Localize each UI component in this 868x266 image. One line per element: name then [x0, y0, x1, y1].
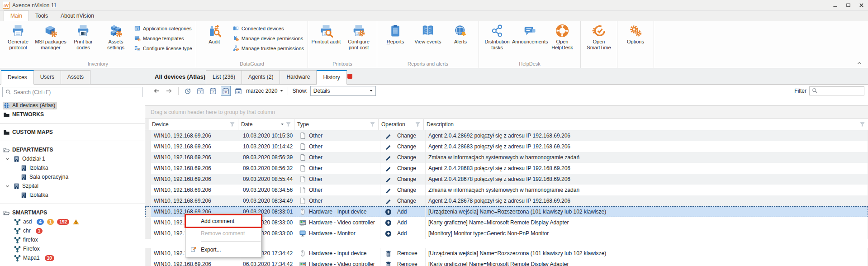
ribbon-group-label: Reports and alerts	[379, 60, 477, 68]
ribbon-button-printout-audit[interactable]: Printout audit	[310, 22, 342, 45]
ribbon-button-distribution-tasks[interactable]: Distribution tasks	[481, 22, 513, 51]
month-selector[interactable]: marzec 2020	[246, 88, 284, 94]
tree-item-izolatka[interactable]: Izolatka	[0, 190, 145, 200]
sidebar-search-input[interactable]: Search (Ctrl+F)	[2, 87, 142, 97]
tree-item-izolatka[interactable]: Izolatka	[0, 163, 145, 172]
tree-item-networks[interactable]: NETWORKS	[0, 110, 145, 119]
tree-item-label: Firefox	[23, 246, 40, 252]
tree-item-mapa1[interactable]: Mapa110	[0, 253, 145, 262]
tree-item-smartmaps[interactable]: SMARTMAPS	[0, 208, 145, 217]
plus-icon	[385, 209, 392, 215]
filter-funnel-icon[interactable]	[415, 122, 421, 127]
tree-item-chr[interactable]: chr1	[0, 226, 145, 235]
filter-funnel-icon[interactable]	[860, 122, 865, 127]
ribbon-button-reports[interactable]: Reports	[379, 22, 412, 45]
tab-agents-2[interactable]: Agents (2)	[242, 70, 280, 85]
tree-item-custom-maps[interactable]: CUSTOM MAPS	[0, 128, 145, 137]
tree-item-departments[interactable]: DEPARTMENTS	[0, 145, 145, 154]
column-header-date[interactable]: Date	[238, 119, 294, 130]
ribbon-button-generate-protocol[interactable]: Generate protocol	[2, 22, 34, 51]
type-label: Other	[309, 198, 323, 204]
ribbon-button-connected-devices[interactable]: Connected devices	[232, 25, 304, 32]
close-button[interactable]	[855, 0, 868, 10]
table-row[interactable]: WIN10, 192.168.69.20609.03.2020 08:56:39…	[145, 152, 868, 163]
ribbon-button-msi-packages-manager[interactable]: MSI packages manager	[34, 22, 67, 51]
month-view-button[interactable]: 31	[221, 86, 231, 96]
tree-item-firefox[interactable]: Firefox	[0, 244, 145, 253]
trash-icon	[385, 261, 392, 266]
table-row[interactable]: WIN10, 192.168.69.20610.03.2020 10:15:30…	[145, 130, 868, 141]
ribbon-button-assets-settings[interactable]: Assets settings	[100, 22, 132, 51]
ribbon-button-manage-trustee-permissions[interactable]: Manage trustee permissions	[232, 45, 304, 52]
filter-funnel-icon[interactable]	[286, 122, 291, 127]
tab-hardware[interactable]: Hardware	[280, 70, 317, 85]
table-row[interactable]: WIN10, 192.168.69.20609.03.2020 08:56:32…	[145, 163, 868, 174]
filter-funnel-icon[interactable]	[230, 122, 235, 127]
back-button[interactable]	[152, 86, 161, 96]
maximize-button[interactable]	[842, 0, 855, 10]
forward-button[interactable]	[164, 86, 174, 96]
ribbon-button-application-categories[interactable]: Application categories	[134, 25, 192, 32]
menu-icon-gutter	[185, 218, 201, 225]
ribbon-button-configure-print-cost[interactable]: Configure print cost	[342, 22, 375, 51]
ribbon-button-alerts[interactable]: Alerts	[444, 22, 477, 45]
menu-item-export[interactable]: Export...	[185, 243, 261, 256]
column-header-description[interactable]: Description	[424, 119, 868, 130]
ribbon-button-announcements[interactable]: Announcements	[513, 22, 546, 45]
date-picker-button[interactable]	[233, 86, 243, 96]
time-range-button[interactable]	[183, 86, 193, 96]
minimize-button[interactable]	[829, 0, 842, 10]
collapse-ribbon-icon[interactable]	[856, 61, 863, 66]
ribbon-button-open-smarttime[interactable]: Open SmartTime	[583, 22, 615, 51]
group-by-band[interactable]: Drag a column header here to group by th…	[145, 106, 868, 119]
tab-list-236[interactable]: List (236)	[206, 70, 242, 85]
smartmap-icon	[14, 218, 21, 225]
menu-tab-main[interactable]: Main	[4, 10, 29, 21]
sidebar-tab-users[interactable]: Users	[34, 70, 61, 85]
ribbon-button-manage-templates[interactable]: Manage templates	[134, 35, 192, 42]
ribbon-button-label: Options	[627, 39, 644, 45]
column-header-device[interactable]: Device	[149, 119, 238, 130]
operation-label: Change	[397, 187, 416, 193]
tree-item-szpital[interactable]: Szpital	[0, 181, 145, 190]
ribbon-button-print-bar-codes[interactable]: Print bar codes	[67, 22, 100, 51]
table-row[interactable]: WIN10, 192.168.69.20610.03.2020 10:14:42…	[145, 141, 868, 152]
column-header-type[interactable]: Type	[294, 119, 379, 130]
table-row[interactable]: WIN10, 192.168.69.20609.03.2020 08:55:44…	[145, 174, 868, 185]
table-row[interactable]: WIN10, 192.168.69.20609.03.2020 08:34:49…	[145, 195, 868, 206]
ribbon-button-label: Alerts	[454, 39, 467, 45]
dropdown-button[interactable]	[367, 86, 375, 95]
column-header-operation[interactable]: Operation	[379, 119, 424, 130]
chevron-down-icon[interactable]	[5, 183, 10, 189]
tree-item-firefox[interactable]: firefox	[0, 235, 145, 244]
menu-tab-tools[interactable]: Tools	[29, 11, 54, 21]
week-view-button[interactable]: 7	[208, 86, 218, 96]
ribbon-button-audit[interactable]: Audit	[198, 22, 231, 45]
trash-icon	[385, 250, 392, 257]
menu-tab-about-nvision[interactable]: About nVision	[54, 11, 100, 21]
chevron-down-icon[interactable]	[5, 156, 10, 162]
ribbon-button-manage-device-permissions[interactable]: Manage device permissions	[232, 35, 304, 42]
tree-item-asd[interactable]: asd411921	[0, 217, 145, 226]
tree-item-sala-operacyjna[interactable]: Sala operacyjna	[0, 172, 145, 181]
ribbon-button-options[interactable]: Options	[619, 22, 652, 45]
table-row[interactable]: WIN10, 192.168.69.20606.03.2020 17:34:42…	[145, 259, 868, 266]
menu-item-add-comment[interactable]: Add comment	[185, 215, 261, 227]
tree-item-oddzia-1[interactable]: Oddział 1	[0, 154, 145, 163]
filter-funnel-icon[interactable]	[370, 122, 375, 127]
cell-type: Other	[296, 185, 380, 195]
filter-input[interactable]	[809, 86, 864, 95]
ribbon-button-configure-license-type[interactable]: Configure license type	[134, 45, 192, 52]
details-dropdown[interactable]: Details	[310, 86, 376, 96]
ribbon-button-open-helpdesk[interactable]: Open HelpDesk	[546, 22, 579, 51]
svg-text:31: 31	[224, 90, 228, 93]
sidebar-tab-assets[interactable]: Assets	[61, 70, 90, 85]
tab-history[interactable]: History	[317, 70, 346, 85]
tree-item-all-devices-atlas[interactable]: All devices (Atlas)	[0, 101, 145, 110]
day-view-button[interactable]: 1	[195, 86, 205, 96]
table-row[interactable]: WIN10, 192.168.69.20609.03.2020 08:34:56…	[145, 185, 868, 195]
ribbon-group-printouts: Printout auditConfigure print costPrinto…	[308, 21, 377, 68]
ribbon-button-label: Manage device permissions	[242, 36, 303, 41]
ribbon-button-view-events[interactable]: View events	[412, 22, 444, 45]
sidebar-tab-devices[interactable]: Devices	[1, 70, 34, 85]
